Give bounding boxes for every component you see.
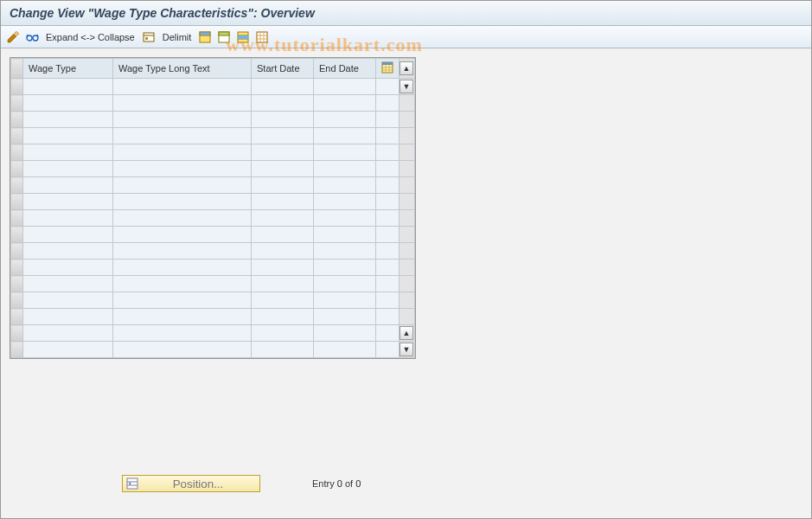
cell[interactable] [252, 177, 314, 194]
row-selector[interactable] [11, 177, 23, 194]
col-header-config[interactable] [376, 59, 400, 79]
row-selector[interactable] [11, 210, 23, 227]
glasses-detail-icon[interactable] [25, 30, 39, 44]
cell[interactable] [113, 227, 252, 243]
col-header-end-date[interactable]: End Date [314, 59, 376, 79]
cell[interactable] [113, 95, 252, 112]
cell[interactable] [376, 309, 400, 325]
cell[interactable] [252, 79, 314, 95]
cell[interactable] [23, 210, 113, 227]
cell[interactable] [113, 194, 252, 210]
cell[interactable] [113, 243, 252, 260]
table-row[interactable] [11, 260, 415, 276]
table-row[interactable] [11, 112, 415, 128]
row-selector[interactable] [11, 161, 23, 177]
cell[interactable] [113, 276, 252, 292]
cell[interactable] [376, 243, 400, 260]
select-all-icon[interactable] [198, 30, 212, 44]
cell[interactable] [252, 292, 314, 309]
cell[interactable] [314, 227, 376, 243]
cell[interactable] [23, 309, 113, 325]
scroll-up-button-bottom[interactable]: ▲ [400, 326, 413, 340]
cell[interactable] [23, 161, 113, 177]
cell[interactable] [252, 144, 314, 161]
cell[interactable] [23, 79, 113, 95]
table-row[interactable] [11, 95, 415, 112]
cell[interactable] [113, 144, 252, 161]
cell[interactable] [314, 128, 376, 144]
scroll-down-button-bottom[interactable]: ▼ [400, 343, 413, 356]
cell[interactable] [252, 128, 314, 144]
col-header-long-text[interactable]: Wage Type Long Text [113, 59, 252, 79]
cell[interactable] [113, 161, 252, 177]
cell[interactable] [23, 292, 113, 309]
table-row[interactable] [11, 243, 415, 260]
table-row[interactable]: ▼ [11, 79, 415, 95]
cell[interactable] [23, 95, 113, 112]
row-selector[interactable] [11, 276, 23, 292]
cell[interactable] [23, 243, 113, 260]
cell[interactable] [314, 309, 376, 325]
cell[interactable] [252, 112, 314, 128]
change-icon[interactable] [6, 30, 20, 44]
cell[interactable] [113, 112, 252, 128]
table-row[interactable] [11, 276, 415, 292]
row-selector[interactable] [11, 194, 23, 210]
cell[interactable] [23, 342, 113, 358]
row-selector[interactable] [11, 292, 23, 309]
cell[interactable] [376, 194, 400, 210]
row-selector[interactable] [11, 309, 23, 325]
cell[interactable] [252, 309, 314, 325]
cell[interactable] [252, 210, 314, 227]
position-button[interactable]: Position... [122, 475, 260, 492]
row-selector[interactable] [11, 243, 23, 260]
cell[interactable] [376, 95, 400, 112]
cell[interactable] [252, 194, 314, 210]
cell[interactable] [314, 260, 376, 276]
deselect-all-icon[interactable] [217, 30, 231, 44]
cell[interactable] [23, 112, 113, 128]
scroll-down-button-top[interactable]: ▼ [400, 80, 413, 93]
table-row[interactable] [11, 210, 415, 227]
table-row[interactable] [11, 292, 415, 309]
cell[interactable] [376, 144, 400, 161]
cell[interactable] [314, 79, 376, 95]
expand-collapse-button[interactable]: Expand <-> Collapse [44, 32, 137, 42]
cell[interactable] [113, 325, 252, 342]
scroll-up-button[interactable]: ▲ [400, 61, 413, 75]
cell[interactable] [23, 144, 113, 161]
table-row[interactable] [11, 177, 415, 194]
cell[interactable] [252, 227, 314, 243]
cell[interactable] [314, 210, 376, 227]
cell[interactable] [376, 292, 400, 309]
table-row[interactable]: ▼ [11, 342, 415, 358]
cell[interactable] [314, 243, 376, 260]
row-selector[interactable] [11, 342, 23, 358]
cell[interactable] [376, 342, 400, 358]
cell[interactable] [376, 276, 400, 292]
cell[interactable] [314, 194, 376, 210]
table-row[interactable] [11, 309, 415, 325]
row-selector[interactable] [11, 112, 23, 128]
cell[interactable] [314, 342, 376, 358]
row-selector[interactable] [11, 227, 23, 243]
cell[interactable] [376, 210, 400, 227]
cell[interactable] [376, 260, 400, 276]
row-selector[interactable] [11, 79, 23, 95]
cell[interactable] [376, 161, 400, 177]
cell[interactable] [23, 260, 113, 276]
cell[interactable] [23, 227, 113, 243]
configure-icon[interactable] [255, 30, 269, 44]
cell[interactable] [113, 210, 252, 227]
col-header-start-date[interactable]: Start Date [252, 59, 314, 79]
cell[interactable] [314, 112, 376, 128]
cell[interactable] [252, 342, 314, 358]
cell[interactable] [113, 260, 252, 276]
row-selector[interactable] [11, 260, 23, 276]
row-selector[interactable] [11, 144, 23, 161]
cell[interactable] [376, 79, 400, 95]
cell[interactable] [23, 325, 113, 342]
cell[interactable] [113, 292, 252, 309]
table-row[interactable] [11, 194, 415, 210]
cell[interactable] [252, 95, 314, 112]
